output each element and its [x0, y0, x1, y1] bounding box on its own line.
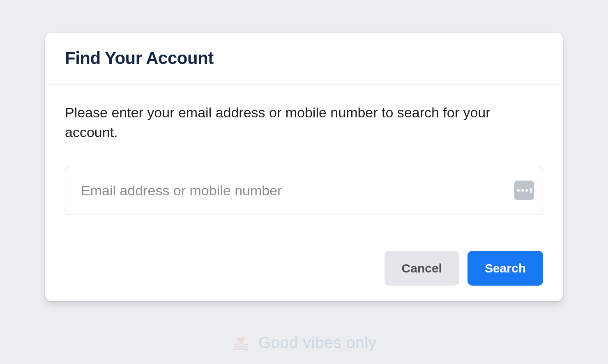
cancel-button[interactable]: Cancel — [385, 251, 459, 286]
footer-brand: Good vibes only — [231, 334, 377, 352]
card-body: Please enter your email address or mobil… — [45, 85, 563, 235]
email-input[interactable] — [65, 166, 543, 215]
card-footer: Cancel Search — [45, 235, 563, 301]
input-wrapper — [65, 166, 543, 215]
search-button[interactable]: Search — [468, 251, 543, 286]
find-account-card: Find Your Account Please enter your emai… — [45, 33, 563, 301]
footer-brand-text: Good vibes only — [258, 334, 377, 352]
card-title: Find Your Account — [65, 48, 543, 68]
heart-book-icon — [231, 335, 250, 351]
password-manager-icon[interactable] — [514, 181, 534, 200]
card-header: Find Your Account — [45, 33, 563, 85]
instruction-text: Please enter your email address or mobil… — [65, 103, 543, 142]
